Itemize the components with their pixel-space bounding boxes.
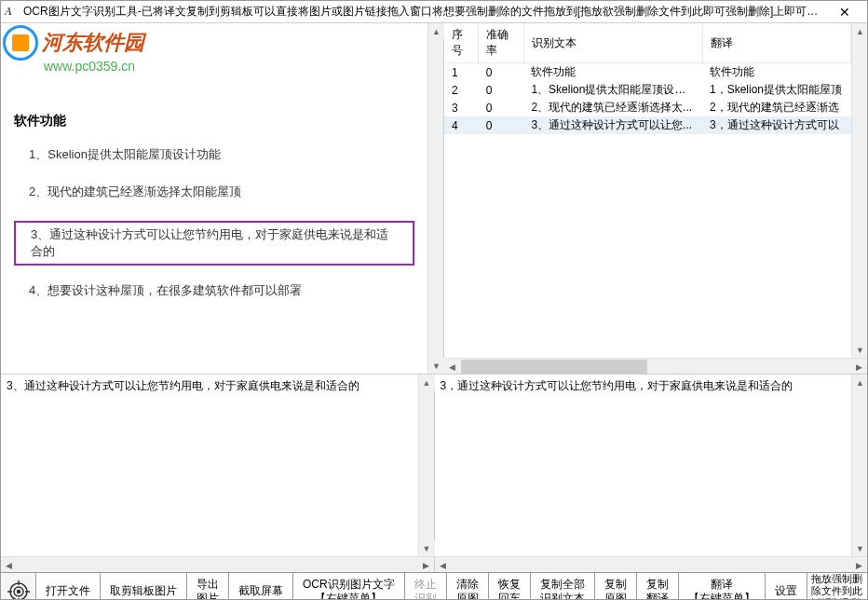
ocr-recognize-button[interactable]: OCR识别图片文字【右键菜单】 xyxy=(293,573,405,600)
left-pane: 河东软件园 www.pc0359.cn 软件功能 1、Skelion提供太阳能屋… xyxy=(1,23,444,374)
settings-button[interactable]: 设置 xyxy=(766,573,807,600)
clipboard-image-button[interactable]: 取剪辑板图片 xyxy=(101,573,187,600)
bottom-left-scrollbar[interactable]: ▲ ▼ xyxy=(418,375,434,556)
col-header-accuracy[interactable]: 准确率 xyxy=(479,23,524,63)
table-cell: 2、现代的建筑已经逐渐选择太... xyxy=(523,99,702,116)
scroll-down-icon[interactable]: ▼ xyxy=(852,342,867,358)
watermark-icon xyxy=(3,25,38,61)
watermark: 河东软件园 www.pc0359.cn xyxy=(3,25,144,74)
content-heading: 软件功能 xyxy=(14,113,414,130)
recognized-text-area[interactable]: 3、通过这种设计方式可以让您节约用电，对于家庭供电来说是和适合的 xyxy=(1,375,418,556)
content-item[interactable]: 1、Skelion提供太阳能屋顶设计功能 xyxy=(14,146,414,163)
content-item[interactable]: 4、想要设计这种屋顶，在很多建筑软件都可以部署 xyxy=(14,282,414,299)
svg-point-2 xyxy=(17,590,20,593)
copy-original-button[interactable]: 复制原图 xyxy=(595,573,637,600)
scroll-down-icon[interactable]: ▼ xyxy=(419,540,435,556)
target-icon[interactable] xyxy=(1,573,36,600)
table-cell: 0 xyxy=(479,81,524,99)
copy-translation-button[interactable]: 复制翻译 xyxy=(637,573,679,600)
results-table[interactable]: 序号 准确率 识别文本 翻译 10软件功能软件功能201、Skelion提供太阳… xyxy=(444,23,851,134)
capture-screen-button[interactable]: 截取屏幕 xyxy=(229,573,293,600)
titlebar-text: OCR图片文字识别工具-已将译文复制到剪辑板可以直接将图片或图片链接拖入窗口将想… xyxy=(23,4,826,20)
table-cell: 1、Skelion提供太阳能屋顶设计... xyxy=(523,81,702,99)
stop-button[interactable]: 终止识别 xyxy=(405,573,447,600)
scroll-up-icon[interactable]: ▲ xyxy=(852,23,867,39)
left-content: 河东软件园 www.pc0359.cn 软件功能 1、Skelion提供太阳能屋… xyxy=(1,23,427,374)
table-row[interactable]: 201、Skelion提供太阳能屋顶设计...1，Skelion提供太阳能屋顶 xyxy=(444,81,851,99)
col-header-text[interactable]: 识别文本 xyxy=(523,23,702,63)
table-row[interactable]: 10软件功能软件功能 xyxy=(444,63,851,82)
table-row[interactable]: 403、通过这种设计方式可以让您...3，通过这种设计方式可以 xyxy=(444,116,851,134)
table-cell: 3、通过这种设计方式可以让您... xyxy=(523,116,702,134)
left-scrollbar[interactable]: ▲ ▼ xyxy=(427,23,443,374)
scroll-up-icon[interactable]: ▲ xyxy=(428,23,444,39)
translate-button[interactable]: 翻译【右键菜单】 xyxy=(679,573,766,600)
table-cell: 3 xyxy=(444,99,479,116)
watermark-text: 河东软件园 xyxy=(42,29,144,57)
app-icon: A xyxy=(5,5,20,20)
table-row[interactable]: 302、现代的建筑已经逐渐选择太...2，现代的建筑已经逐渐选 xyxy=(444,99,851,116)
table-cell: 软件功能 xyxy=(523,63,702,82)
right-pane: 序号 准确率 识别文本 翻译 10软件功能软件功能201、Skelion提供太阳… xyxy=(444,23,867,374)
table-cell: 1 xyxy=(444,63,479,82)
scroll-right-icon[interactable]: ▶ xyxy=(418,557,434,573)
bottom-panes: 3、通过这种设计方式可以让您节约用电，对于家庭供电来说是和适合的 ▲ ▼ 3，通… xyxy=(1,374,867,556)
titlebar: A OCR图片文字识别工具-已将译文复制到剪辑板可以直接将图片或图片链接拖入窗口… xyxy=(1,1,867,23)
bottom-left-h-scroll[interactable]: ◀ ▶ xyxy=(1,557,435,572)
scroll-down-icon[interactable]: ▼ xyxy=(428,358,444,374)
scroll-left-icon[interactable]: ◀ xyxy=(1,557,17,573)
watermark-url: www.pc0359.cn xyxy=(44,59,144,74)
scroll-left-icon[interactable]: ◀ xyxy=(435,557,451,573)
scroll-left-icon[interactable]: ◀ xyxy=(444,359,460,375)
export-image-button[interactable]: 导出图片 xyxy=(187,573,229,600)
bottom-left-pane: 3、通过这种设计方式可以让您节约用电，对于家庭供电来说是和适合的 ▲ ▼ xyxy=(1,375,435,556)
bottom-right-h-scroll[interactable]: ◀ ▶ xyxy=(435,557,868,572)
scroll-thumb[interactable] xyxy=(461,360,647,374)
table-cell: 软件功能 xyxy=(702,63,851,82)
open-file-button[interactable]: 打开文件 xyxy=(36,573,101,600)
scroll-down-icon[interactable]: ▼ xyxy=(852,540,868,556)
clear-image-button[interactable]: 清除原图 xyxy=(447,573,489,600)
scroll-up-icon[interactable]: ▲ xyxy=(419,375,435,390)
table-cell: 1，Skelion提供太阳能屋顶 xyxy=(702,81,851,99)
table-cell: 0 xyxy=(479,99,524,116)
table-cell: 0 xyxy=(479,116,524,134)
col-header-translation[interactable]: 翻译 xyxy=(702,23,851,63)
col-header-seq[interactable]: 序号 xyxy=(444,23,479,63)
toolbar: 打开文件 取剪辑板图片 导出图片 截取屏幕 OCR识别图片文字【右键菜单】 终止… xyxy=(1,572,867,600)
table-cell: 2，现代的建筑已经逐渐选 xyxy=(702,99,851,116)
table-cell: 3，通过这种设计方式可以 xyxy=(702,116,851,134)
restore-newline-button[interactable]: 恢复回车 xyxy=(489,573,531,600)
bottom-right-pane: 3，通过这种设计方式可以让您节约用电，对于家庭供电来说是和适合的 ▲ ▼ xyxy=(435,375,868,556)
bottom-right-scrollbar[interactable]: ▲ ▼ xyxy=(851,375,867,556)
content-item[interactable]: 3、通过这种设计方式可以让您节约用电，对于家庭供电来说是和适合的 xyxy=(14,221,414,266)
close-button[interactable]: ✕ xyxy=(826,2,863,22)
table-cell: 4 xyxy=(444,116,479,134)
bottom-h-scrollbars: ◀ ▶ ◀ ▶ xyxy=(1,556,867,572)
scroll-right-icon[interactable]: ▶ xyxy=(851,557,867,573)
table-cell: 2 xyxy=(444,81,479,99)
translated-text-area[interactable]: 3，通过这种设计方式可以让您节约用电，对于家庭供电来说是和适合的 xyxy=(435,375,852,556)
copy-all-text-button[interactable]: 复制全部识别文本 xyxy=(531,573,595,600)
right-scrollbar-v[interactable]: ▲ ▼ xyxy=(851,23,867,358)
right-scrollbar-h[interactable]: ◀ ▶ xyxy=(444,358,867,374)
scroll-right-icon[interactable]: ▶ xyxy=(851,359,867,375)
force-delete-drop-area[interactable]: 拖放强制删除文件到此以强制删除 xyxy=(807,573,867,600)
main-area: 河东软件园 www.pc0359.cn 软件功能 1、Skelion提供太阳能屋… xyxy=(1,23,867,374)
content-item[interactable]: 2、现代的建筑已经逐渐选择太阳能屋顶 xyxy=(14,184,414,200)
scroll-up-icon[interactable]: ▲ xyxy=(852,375,868,390)
table-cell: 0 xyxy=(479,63,524,82)
